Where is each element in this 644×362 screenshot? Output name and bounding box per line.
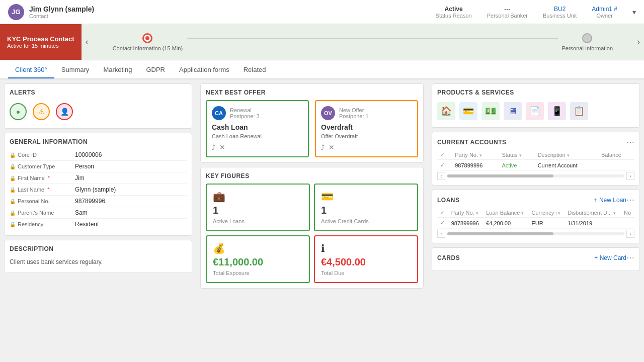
new-card-button[interactable]: + New Card [594, 254, 626, 261]
info-value-customertype: Person [75, 163, 94, 170]
ca-row-status: Active [499, 160, 534, 171]
product-card-icon[interactable]: 💳 [459, 102, 477, 120]
info-row-customertype: 🔒 Customer Type Person [10, 161, 187, 172]
kf-active-cards[interactable]: 💳 1 Active Credit Cards [314, 184, 418, 231]
current-accounts-table: ✓ Party No. ▾ Status ▾ Description ▾ Bal… [437, 150, 634, 171]
offer-share-button-2[interactable]: ⤴ [321, 143, 325, 151]
scroll-left-button[interactable]: ‹ [437, 172, 445, 180]
description-card: DESCRIPTION Client uses bank services re… [4, 240, 192, 273]
loans-row-checkbox[interactable]: ✓ [437, 218, 448, 229]
kf-total-due[interactable]: ℹ €4,500.00 Total Due [314, 235, 418, 283]
kyc-prev-button[interactable]: ‹ [82, 37, 93, 47]
header-user-info: Jim Glynn (sample) Contact [29, 5, 94, 19]
top-header: JG Jim Glynn (sample) Contact Active Sta… [0, 0, 644, 24]
loans-col-party-no[interactable]: Party No. ▾ [448, 208, 483, 218]
ca-row-party-no: 987899996 [452, 160, 499, 171]
offer-close-button-2[interactable]: ✕ [329, 143, 335, 151]
offer-close-button-1[interactable]: ✕ [219, 143, 225, 151]
kyc-step-2: Personal Information [562, 33, 613, 51]
kyc-info: KYC Process Contact Active for 15 minute… [0, 24, 82, 60]
offer-badge-ov: OV [321, 106, 335, 120]
tab-client360[interactable]: Client 360° [8, 62, 54, 78]
kf-active-loans[interactable]: 💼 1 Active Loans [206, 184, 310, 231]
scroll-track [447, 174, 624, 177]
product-home-icon[interactable]: 🏠 [437, 102, 455, 120]
loans-row-disbursement: 1/31/2019 [565, 218, 621, 229]
kf-exposure-label: Total Exposure [213, 270, 303, 276]
tab-application-forms[interactable]: Application forms [172, 62, 236, 78]
loans-scroll-left-button[interactable]: ‹ [437, 230, 445, 238]
ca-col-status[interactable]: Status ▾ [499, 150, 534, 160]
info-row-lastname: 🔒 Last Name * Glynn (sample) [10, 184, 187, 196]
tab-summary[interactable]: Summary [54, 62, 97, 78]
tab-marketing[interactable]: Marketing [96, 62, 139, 78]
lock-icon: 🔒 [10, 222, 16, 227]
alert-icon-red[interactable]: 👤 [56, 103, 73, 120]
offer-subtitle-1: Cash Loan Renewal [212, 133, 303, 139]
info-label-lastname: 🔒 Last Name * [10, 187, 75, 193]
user-role: Contact [29, 13, 94, 19]
scroll-right-button[interactable]: › [626, 172, 634, 180]
cards-more-button[interactable]: ⋯ [626, 253, 634, 262]
bu-sub: Business Unit [543, 13, 577, 19]
tab-gdpr[interactable]: GDPR [139, 62, 172, 78]
alert-icon-green[interactable]: ● [10, 103, 27, 120]
loans-col-balance[interactable]: Loan Balance ▾ [483, 208, 528, 218]
info-label-coreid: 🔒 Core ID [10, 152, 75, 158]
loans-scroll-right-button[interactable]: › [626, 230, 634, 238]
offer-overdraft: OV New Offer Postpone: 1 Overdraft Offer… [315, 100, 418, 157]
banker-sub: Personal Banker [487, 13, 528, 19]
info-value-parentsname: Sam [75, 209, 88, 216]
ca-col-description[interactable]: Description ▾ [535, 150, 598, 160]
info-value-firstname: Jim [75, 174, 85, 182]
bu-info: BU2 Business Unit [543, 6, 577, 19]
current-accounts-title: CURRENT ACCOUNTS [437, 139, 626, 146]
offer-type-2: New Offer [339, 107, 369, 113]
scroll-thumb [447, 174, 553, 177]
kf-loans-number: 1 [213, 205, 303, 216]
product-clipboard-icon[interactable]: 📋 [570, 102, 588, 120]
lock-icon: 🔒 [10, 175, 16, 181]
kf-loans-icon: 💼 [213, 191, 303, 203]
loans-col-disbursement[interactable]: Disbursement D... ▾ [565, 208, 621, 218]
product-desktop-icon[interactable]: 🖥 [504, 102, 522, 120]
loans-title: LOANS [437, 197, 594, 204]
required-marker: * [47, 187, 49, 193]
kf-cards-number: 1 [321, 205, 411, 216]
cards-card: CARDS + New Card ⋯ [432, 247, 640, 271]
new-loan-button[interactable]: + New Loan [594, 197, 626, 204]
ca-row-description: Current Account [535, 160, 598, 171]
loans-col-currency[interactable]: Currency ↑▾ [529, 208, 565, 218]
required-marker: * [48, 175, 50, 181]
product-mobile-icon[interactable]: 📱 [548, 102, 566, 120]
offer-type-1: Renewal [230, 107, 260, 113]
alert-icon-orange[interactable]: ⚠ [33, 103, 50, 120]
ca-col-party-no[interactable]: Party No. ▾ [452, 150, 499, 160]
products-services-title: PRODUCTS & SERVICES [437, 89, 634, 96]
current-accounts-scrollbar: ‹ › [437, 172, 634, 180]
product-cash-icon[interactable]: 💵 [481, 102, 500, 120]
ca-row-balance [598, 160, 634, 171]
loans-header-row: LOANS + New Loan ⋯ [437, 195, 634, 205]
product-doc-icon[interactable]: 📄 [526, 102, 544, 120]
banker-value: --- [487, 6, 528, 13]
lock-icon: 🔒 [10, 187, 16, 193]
tab-related[interactable]: Related [236, 62, 273, 78]
offer-share-button-1[interactable]: ⤴ [212, 143, 215, 151]
info-value-residency: Resident [75, 221, 99, 228]
alerts-icons: ● ⚠ 👤 [10, 100, 187, 123]
kf-exposure-amount: €11,000.00 [213, 256, 303, 268]
current-accounts-header-row: CURRENT ACCOUNTS ⋯ [437, 137, 634, 147]
current-accounts-more-button[interactable]: ⋯ [626, 137, 634, 147]
info-row-residency: 🔒 Residency Resident [10, 219, 187, 230]
right-panel: PRODUCTS & SERVICES 🏠 💳 💵 🖥 📄 📱 📋 CURREN… [428, 79, 644, 362]
offer-type-group-1: Renewal Postpone: 3 [230, 107, 260, 119]
ca-row-checkbox[interactable]: ✓ [437, 160, 452, 171]
header-dropdown-icon[interactable]: ▾ [632, 8, 636, 16]
loans-scroll-thumb [447, 232, 553, 235]
loans-row-currency: EUR [529, 218, 565, 229]
avatar: JG [8, 4, 24, 20]
loans-more-button[interactable]: ⋯ [626, 195, 634, 205]
kyc-next-button[interactable]: › [633, 37, 644, 47]
kf-total-exposure[interactable]: 💰 €11,000.00 Total Exposure [206, 235, 310, 283]
